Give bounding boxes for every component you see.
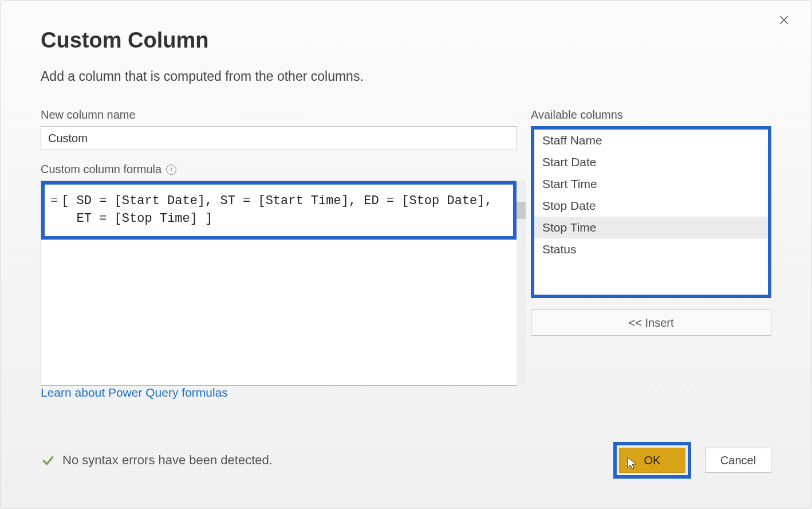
available-columns-list[interactable]: Staff NameStart DateStart TimeStop DateS… xyxy=(531,126,771,298)
status-message: No syntax errors have been detected. xyxy=(62,453,273,468)
check-icon xyxy=(41,453,56,468)
dialog-buttons: OK Cancel xyxy=(613,442,771,479)
insert-button[interactable]: << Insert xyxy=(531,310,771,336)
close-icon xyxy=(778,14,790,26)
available-column-item[interactable]: Stop Time xyxy=(534,217,768,238)
available-column-item[interactable]: Status xyxy=(534,238,768,260)
formula-label: Custom column formula i xyxy=(41,163,517,176)
formula-scrollbar[interactable] xyxy=(517,181,526,385)
available-column-item[interactable]: Start Time xyxy=(534,173,768,195)
learn-link[interactable]: Learn about Power Query formulas xyxy=(41,386,228,399)
available-columns-label: Available columns xyxy=(531,108,771,122)
status-bar: No syntax errors have been detected. xyxy=(41,453,273,468)
ok-highlight-box: OK xyxy=(613,442,691,479)
formula-editor[interactable]: = [ SD = [Start Date], ST = [Start Time]… xyxy=(41,181,517,386)
cursor-icon xyxy=(626,456,638,470)
formula-equals: = xyxy=(49,193,58,228)
formula-highlight-box: = [ SD = [Start Date], ST = [Start Time]… xyxy=(41,181,517,240)
close-button[interactable] xyxy=(775,11,793,29)
custom-column-dialog: Custom Column Add a column that is compu… xyxy=(0,0,812,509)
new-column-name-label: New column name xyxy=(41,108,517,122)
ok-button[interactable]: OK xyxy=(619,448,685,473)
dialog-title: Custom Column xyxy=(41,28,771,53)
formula-label-text: Custom column formula xyxy=(41,163,161,176)
ok-button-label: OK xyxy=(644,454,661,467)
cancel-button[interactable]: Cancel xyxy=(705,448,771,473)
new-column-name-input[interactable] xyxy=(41,126,517,150)
dialog-subtitle: Add a column that is computed from the o… xyxy=(41,69,771,84)
formula-body[interactable]: [ SD = [Start Date], ST = [Start Time], … xyxy=(61,193,505,228)
info-icon[interactable]: i xyxy=(166,165,176,175)
available-column-item[interactable]: Staff Name xyxy=(534,130,768,151)
available-column-item[interactable]: Start Date xyxy=(534,151,768,173)
available-column-item[interactable]: Stop Date xyxy=(534,195,768,217)
